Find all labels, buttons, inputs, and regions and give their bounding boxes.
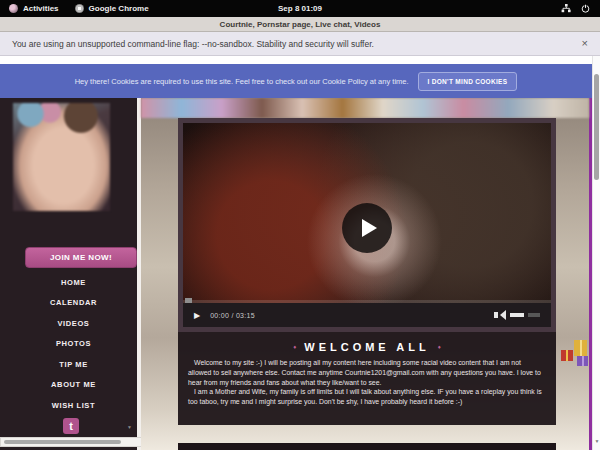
sidebar-scroll-down-icon[interactable]: ▼: [127, 424, 132, 430]
volume-icon: [494, 312, 498, 318]
time-display: 00:00 / 03:15: [210, 312, 255, 319]
cookie-message: Hey there! Cookies are required to use t…: [75, 77, 409, 86]
network-icon: [561, 4, 571, 13]
sidebar-item-photos[interactable]: PHOTOS: [10, 334, 137, 355]
system-top-bar: Activities Google Chrome Sep 8 01:09: [0, 0, 600, 17]
window-title: Courtnie, Pornstar page, Live chat, Vide…: [220, 20, 381, 29]
welcome-heading: ♦ WELCOME ALL ♦: [178, 341, 556, 353]
play-icon: [362, 219, 377, 237]
video-player: ▶ 00:00 / 03:15: [178, 118, 556, 332]
sidebar-item-about-me[interactable]: ABOUT ME: [10, 375, 137, 396]
warning-close-icon[interactable]: ×: [582, 38, 588, 49]
site-page: JOIN ME NOW! HOME CALENDAR VIDEOS PHOTOS…: [0, 98, 592, 450]
volume-level-bar-empty[interactable]: [528, 313, 540, 317]
sidebar-item-wish-list[interactable]: WISH LIST: [10, 395, 137, 416]
header-photo-strip: [141, 98, 589, 118]
chrome-icon: [75, 4, 84, 13]
chrome-warning-bar: You are using an unsupported command-lin…: [0, 32, 600, 56]
vertical-scrollbar-thumb[interactable]: [594, 74, 599, 180]
browser-viewport: Hey there! Cookies are required to use t…: [0, 56, 600, 450]
gift-decoration-yellow: [574, 340, 587, 356]
desktop-screen: Activities Google Chrome Sep 8 01:09 Cou…: [0, 0, 600, 450]
activities-label: Activities: [23, 4, 59, 13]
activities-icon: [9, 4, 18, 13]
welcome-paragraph-1: Welcome to my site :-) I will be posting…: [188, 358, 546, 387]
video-frame[interactable]: ▶ 00:00 / 03:15: [183, 123, 551, 327]
scroll-down-icon[interactable]: ▼: [593, 438, 600, 444]
sidebar-item-tip-me[interactable]: TIP ME: [10, 354, 137, 375]
main-content: ▶ 00:00 / 03:15: [141, 98, 592, 450]
gift-decoration-red: [561, 350, 573, 361]
warning-text: You are using an unsupported command-lin…: [12, 39, 374, 49]
sidebar-item-calendar[interactable]: CALENDAR: [10, 293, 137, 314]
activities-button[interactable]: Activities: [0, 4, 59, 13]
sidebar-menu: HOME CALENDAR VIDEOS PHOTOS TIP ME ABOUT…: [10, 272, 137, 416]
welcome-section: ♦ WELCOME ALL ♦ Welcome to my site :-) I…: [178, 332, 556, 425]
welcome-paragraph-2: I am a Mother and Wife, my family is off…: [188, 387, 546, 407]
power-icon: [581, 4, 590, 13]
join-me-now-button[interactable]: JOIN ME NOW!: [25, 247, 137, 268]
horizontal-scrollbar[interactable]: ►: [0, 437, 162, 447]
system-tray[interactable]: [561, 4, 600, 13]
twitter-icon[interactable]: t: [63, 418, 79, 434]
welcome-text: Welcome to my site :-) I will be posting…: [178, 353, 556, 407]
cookie-banner: Hey there! Cookies are required to use t…: [0, 64, 592, 98]
app-name-label: Google Chrome: [89, 4, 149, 13]
diamond-bullet-icon: ♦: [293, 344, 296, 350]
focused-app-menu[interactable]: Google Chrome: [75, 4, 149, 13]
play-control-icon[interactable]: ▶: [194, 311, 200, 320]
welcome-title: WELCOME ALL: [304, 341, 429, 353]
volume-control[interactable]: [494, 310, 540, 320]
profile-photo: [13, 103, 110, 211]
cookie-accept-button[interactable]: I DON'T MIND COOKIES: [418, 72, 518, 91]
window-title-bar[interactable]: Courtnie, Pornstar page, Live chat, Vide…: [0, 17, 600, 32]
sidebar-item-home[interactable]: HOME: [10, 272, 137, 293]
vertical-scrollbar[interactable]: ▼: [592, 56, 600, 450]
gift-decoration-purple: [577, 356, 588, 366]
next-section-edge: [178, 443, 556, 450]
diamond-bullet-icon: ♦: [438, 344, 441, 350]
play-button[interactable]: [342, 203, 392, 253]
sidebar-item-videos[interactable]: VIDEOS: [10, 313, 137, 334]
horizontal-scrollbar-thumb[interactable]: [4, 440, 121, 444]
volume-level-bar[interactable]: [510, 313, 524, 317]
sidebar: JOIN ME NOW! HOME CALENDAR VIDEOS PHOTOS…: [10, 98, 137, 450]
player-controls: ▶ 00:00 / 03:15: [183, 303, 551, 327]
